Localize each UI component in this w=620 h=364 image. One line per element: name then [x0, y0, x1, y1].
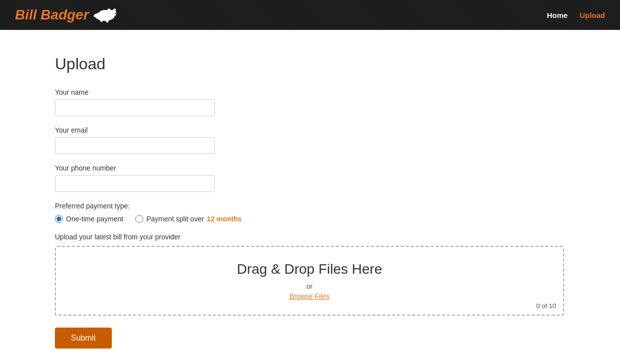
name-label: Your name	[55, 88, 565, 96]
page-title: Upload	[55, 55, 565, 73]
radio-option-split[interactable]: Payment split over 12 months	[135, 215, 242, 223]
badger-logo-icon	[93, 5, 120, 25]
submit-button[interactable]: Submit	[55, 328, 112, 349]
drop-zone[interactable]: Drag & Drop Files Here or Browse Files 0…	[55, 246, 564, 316]
upload-section: Upload your latest bill from your provid…	[55, 233, 565, 316]
brand: Bill Badger	[15, 5, 120, 25]
svg-point-7	[100, 17, 103, 22]
brand-name: Bill Badger	[15, 7, 89, 23]
radio-option-one-time[interactable]: One-time payment	[55, 215, 123, 223]
radio-split[interactable]	[135, 215, 143, 223]
browse-files-link[interactable]: Browse Files	[290, 292, 329, 300]
drop-zone-or: or	[307, 282, 312, 290]
radio-options: One-time payment Payment split over 12 m…	[55, 215, 565, 223]
payment-type-label: Preferred payment type:	[55, 202, 565, 210]
radio-one-time-label: One-time payment	[66, 215, 123, 223]
radio-one-time[interactable]	[55, 215, 63, 223]
svg-point-3	[107, 8, 111, 12]
nav-home-link[interactable]: Home	[547, 11, 568, 19]
nav-links: Home Upload	[547, 11, 605, 19]
radio-split-label-prefix: Payment split over	[146, 215, 204, 223]
phone-field-group: Your phone number	[55, 164, 565, 192]
email-label: Your email	[55, 126, 565, 134]
name-input[interactable]	[55, 99, 215, 116]
upload-section-label: Upload your latest bill from your provid…	[55, 233, 565, 241]
email-field-group: Your email	[55, 126, 565, 154]
phone-label: Your phone number	[55, 164, 565, 172]
upload-form: Your name Your email Your phone number P…	[55, 88, 565, 349]
name-field-group: Your name	[55, 88, 565, 116]
email-input[interactable]	[55, 137, 215, 154]
nav-upload-link[interactable]: Upload	[580, 11, 605, 19]
phone-input[interactable]	[55, 175, 215, 192]
svg-point-4	[113, 8, 116, 12]
navbar: Bill Badger Home U	[0, 0, 620, 30]
radio-split-label-highlight: 12 months	[207, 215, 242, 223]
file-count: 0 of 10	[536, 302, 556, 310]
svg-point-5	[115, 12, 117, 14]
main-content: Upload Your name Your email Your phone n…	[0, 30, 620, 364]
payment-type-group: Preferred payment type: One-time payment…	[55, 202, 565, 223]
svg-point-8	[106, 17, 109, 22]
drop-zone-title: Drag & Drop Files Here	[237, 261, 382, 277]
